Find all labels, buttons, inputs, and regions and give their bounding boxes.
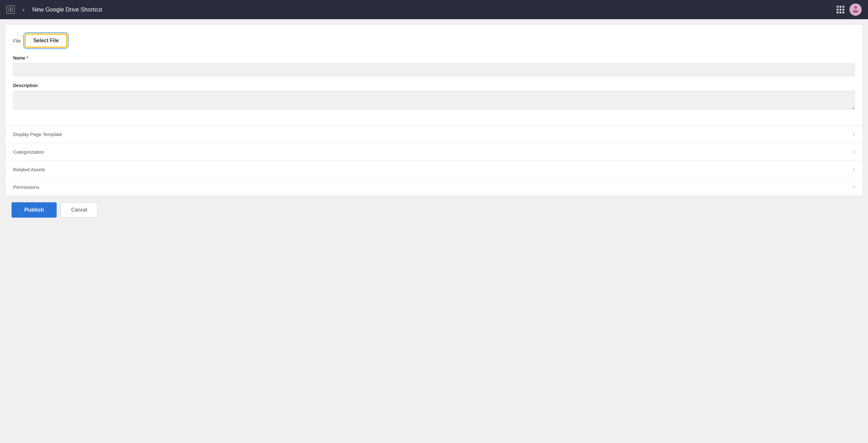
content-area: File Select File Name * Description bbox=[0, 19, 868, 229]
name-input[interactable] bbox=[13, 63, 855, 76]
accordion-item-related-assets[interactable]: Related Assets › bbox=[5, 161, 863, 178]
grid-dot bbox=[842, 6, 844, 8]
description-label: Description bbox=[13, 83, 855, 88]
svg-point-4 bbox=[852, 10, 859, 13]
header-left: ‹ New Google Drive Shortcut bbox=[6, 5, 102, 15]
description-input[interactable] bbox=[13, 91, 855, 110]
svg-rect-1 bbox=[11, 8, 12, 9]
accordion-label-categorization: Categorization bbox=[13, 149, 44, 155]
grid-dot bbox=[837, 6, 839, 8]
name-label: Name * bbox=[13, 55, 855, 61]
accordion-label-display-page-template: Display Page Template bbox=[13, 132, 62, 137]
svg-point-3 bbox=[854, 6, 857, 9]
accordion-item-display-page-template[interactable]: Display Page Template › bbox=[5, 125, 863, 143]
description-field-section: Description bbox=[13, 83, 855, 111]
grid-dot bbox=[839, 6, 841, 8]
accordion-label-permissions: Permissions bbox=[13, 184, 39, 190]
chevron-right-icon: › bbox=[853, 131, 855, 137]
sidebar-toggle-icon[interactable] bbox=[6, 5, 15, 14]
accordion-item-categorization[interactable]: Categorization › bbox=[5, 143, 863, 161]
chevron-right-icon: › bbox=[853, 184, 855, 190]
name-field-section: Name * bbox=[13, 55, 855, 76]
user-avatar[interactable] bbox=[849, 3, 862, 16]
grid-dot bbox=[842, 9, 844, 10]
page-wrapper: File Select File Name * Description bbox=[0, 19, 868, 443]
avatar-icon bbox=[851, 4, 860, 15]
select-file-button[interactable]: Select File bbox=[25, 34, 67, 48]
bottom-action-bar: Publish Cancel bbox=[5, 196, 863, 224]
accordion-sections: Display Page Template › Categorization ›… bbox=[5, 125, 863, 196]
back-button[interactable]: ‹ bbox=[20, 5, 27, 15]
chevron-right-icon: › bbox=[853, 166, 855, 172]
apps-grid-icon[interactable] bbox=[837, 6, 844, 13]
chevron-right-icon: › bbox=[853, 149, 855, 155]
app-header: ‹ New Google Drive Shortcut bbox=[0, 0, 868, 19]
grid-dot bbox=[837, 11, 839, 13]
page-title: New Google Drive Shortcut bbox=[32, 6, 102, 13]
svg-rect-2 bbox=[11, 10, 12, 11]
form-card: File Select File Name * Description bbox=[5, 24, 863, 125]
grid-dot bbox=[842, 11, 844, 13]
file-label: File bbox=[13, 38, 21, 43]
required-indicator: * bbox=[27, 55, 28, 61]
file-section: File Select File bbox=[13, 34, 855, 48]
grid-dot bbox=[839, 9, 841, 10]
accordion-item-permissions[interactable]: Permissions › bbox=[5, 178, 863, 196]
grid-dot bbox=[839, 11, 841, 13]
grid-dot bbox=[837, 9, 839, 10]
svg-rect-0 bbox=[9, 8, 10, 11]
header-right bbox=[837, 3, 862, 16]
cancel-button[interactable]: Cancel bbox=[61, 202, 98, 218]
publish-button[interactable]: Publish bbox=[11, 202, 57, 218]
accordion-label-related-assets: Related Assets bbox=[13, 167, 45, 172]
